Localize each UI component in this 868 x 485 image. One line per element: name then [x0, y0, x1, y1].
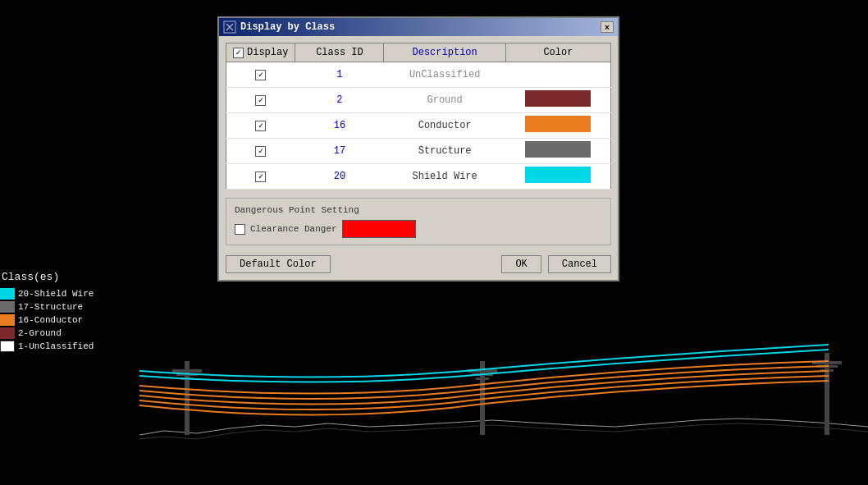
legend-swatch-conductor	[0, 314, 15, 326]
close-button[interactable]: ×	[601, 21, 614, 33]
dialog: Display by Class × Display Class ID Desc…	[217, 16, 619, 281]
svg-rect-5	[480, 361, 485, 435]
legend-label-shield: 20-Shield Wire	[18, 289, 94, 299]
title-icon	[223, 21, 236, 34]
legend: Class(es) 20-Shield Wire 17-Structure 16…	[0, 271, 94, 352]
legend-label-unclassified: 1-UnClassified	[18, 341, 94, 351]
legend-swatch-ground	[0, 327, 15, 339]
svg-rect-6	[468, 369, 497, 373]
legend-label-structure: 17-Structure	[18, 302, 83, 312]
legend-item-ground: 2-Ground	[0, 327, 94, 339]
legend-label-ground: 2-Ground	[18, 328, 62, 338]
col-header-display: Display	[226, 43, 295, 62]
row-checkbox-1[interactable]	[255, 70, 266, 80]
clearance-danger-label: Clearance Danger	[250, 224, 337, 234]
dialog-titlebar: Display by Class ×	[219, 18, 618, 36]
default-color-button[interactable]: Default Color	[226, 255, 331, 273]
dangerous-point-section: Dangerous Point Setting Clearance Danger	[226, 198, 611, 245]
legend-item-structure: 17-Structure	[0, 301, 94, 313]
svg-rect-1	[185, 361, 190, 435]
row-checkbox-20[interactable]	[255, 172, 266, 182]
legend-item-shield: 20-Shield Wire	[0, 288, 94, 300]
svg-rect-11	[816, 365, 838, 368]
dialog-body: Display Class ID Description Color 1 UnC…	[219, 36, 618, 280]
row-checkbox-2[interactable]	[255, 95, 266, 106]
svg-rect-3	[176, 373, 198, 376]
class-id-1: 1	[295, 62, 384, 88]
description-20: Shield Wire	[384, 164, 505, 190]
svg-rect-7	[472, 373, 493, 376]
svg-rect-8	[476, 377, 489, 380]
table-row: 2 Ground	[226, 88, 611, 113]
class-id-2: 2	[295, 88, 384, 113]
legend-title: Class(es)	[0, 271, 94, 283]
description-1: UnClassified	[384, 62, 505, 88]
color-cell-16	[505, 113, 610, 139]
class-id-17: 17	[295, 139, 384, 164]
svg-rect-9	[825, 353, 829, 435]
class-table: Display Class ID Description Color 1 UnC…	[226, 43, 611, 190]
legend-swatch-unclassified	[0, 341, 15, 352]
description-17: Structure	[384, 139, 505, 164]
svg-rect-2	[172, 369, 202, 373]
legend-item-conductor: 16-Conductor	[0, 314, 94, 326]
clearance-danger-checkbox[interactable]	[235, 224, 245, 235]
color-cell-1	[505, 62, 610, 88]
dialog-title: Display by Class	[240, 21, 335, 33]
col-header-description: Description	[384, 43, 505, 62]
col-header-classid: Class ID	[295, 43, 384, 62]
table-row: 20 Shield Wire	[226, 164, 611, 190]
description-16: Conductor	[384, 113, 505, 139]
legend-swatch-shield	[0, 288, 15, 300]
color-cell-20	[505, 164, 610, 190]
ok-button[interactable]: OK	[501, 255, 541, 273]
cancel-button[interactable]: Cancel	[548, 255, 611, 273]
legend-swatch-structure	[0, 301, 15, 313]
danger-section-title: Dangerous Point Setting	[235, 205, 602, 215]
row-checkbox-16[interactable]	[255, 121, 266, 131]
description-2: Ground	[384, 88, 505, 113]
class-id-16: 16	[295, 113, 384, 139]
color-cell-17	[505, 139, 610, 164]
color-cell-2	[505, 88, 610, 113]
table-row: 1 UnClassified	[226, 62, 611, 88]
svg-rect-10	[812, 361, 842, 364]
svg-rect-12	[820, 369, 834, 372]
table-row: 16 Conductor	[226, 113, 611, 139]
class-id-20: 20	[295, 164, 384, 190]
row-checkbox-17[interactable]	[255, 146, 266, 157]
col-header-color: Color	[505, 43, 610, 62]
legend-item-unclassified: 1-UnClassified	[0, 341, 94, 352]
select-all-checkbox[interactable]	[233, 48, 244, 58]
table-row: 17 Structure	[226, 139, 611, 164]
button-row: Default Color OK Cancel	[226, 254, 611, 273]
svg-rect-4	[180, 377, 194, 380]
clearance-danger-color-swatch[interactable]	[342, 220, 416, 238]
legend-label-conductor: 16-Conductor	[18, 315, 83, 325]
